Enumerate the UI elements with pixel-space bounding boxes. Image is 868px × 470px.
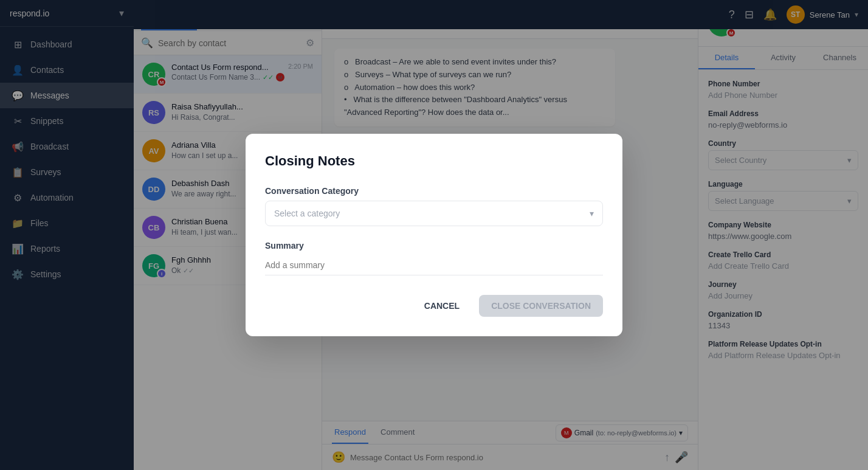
cancel-button[interactable]: CANCEL — [412, 295, 472, 317]
close-conversation-modal-button[interactable]: CLOSE CONVERSATION — [479, 295, 603, 317]
closing-notes-modal: Closing Notes Conversation Category Sele… — [246, 134, 622, 336]
modal-overlay[interactable]: Closing Notes Conversation Category Sele… — [0, 0, 868, 470]
category-dropdown-icon: ▾ — [590, 209, 594, 218]
modal-title: Closing Notes — [265, 153, 603, 169]
category-placeholder: Select a category — [274, 209, 340, 218]
category-select[interactable]: Select a category ▾ — [265, 201, 603, 226]
summary-label: Summary — [265, 241, 603, 251]
category-label: Conversation Category — [265, 186, 603, 196]
modal-actions: CANCEL CLOSE CONVERSATION — [265, 295, 603, 317]
summary-input[interactable] — [265, 255, 603, 275]
